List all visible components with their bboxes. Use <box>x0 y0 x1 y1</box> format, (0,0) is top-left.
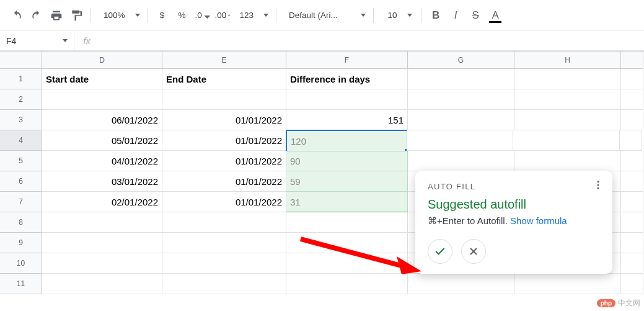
cell[interactable] <box>286 274 408 294</box>
decrease-decimal-button[interactable]: .0 <box>193 6 211 25</box>
row-header[interactable]: 9 <box>0 233 42 253</box>
show-formula-link[interactable]: Show formula <box>510 215 567 226</box>
cell[interactable] <box>621 253 643 274</box>
autofill-ghost-cell[interactable]: 59 <box>286 171 408 192</box>
cell[interactable] <box>514 274 621 294</box>
cell[interactable]: 151 <box>286 110 408 130</box>
cell[interactable] <box>162 233 286 253</box>
italic-button[interactable]: I <box>446 6 465 25</box>
cell[interactable] <box>514 69 621 89</box>
row-header[interactable]: 10 <box>0 253 42 274</box>
currency-button[interactable]: $ <box>153 6 172 25</box>
cell[interactable] <box>407 130 513 151</box>
row-header[interactable]: 3 <box>0 110 42 130</box>
cell[interactable]: 01/01/2022 <box>162 151 286 171</box>
percent-button[interactable]: % <box>173 6 192 25</box>
autofill-ghost-cell[interactable]: 90 <box>286 151 408 171</box>
font-size-dropdown[interactable]: 10 <box>379 11 416 20</box>
col-header-i[interactable] <box>621 52 643 69</box>
cell[interactable] <box>42 253 162 274</box>
col-header-d[interactable]: D <box>42 52 162 69</box>
print-button[interactable] <box>47 6 66 25</box>
cell[interactable] <box>514 89 621 110</box>
row-header[interactable]: 8 <box>0 212 42 233</box>
autofill-reject-button[interactable] <box>461 239 486 264</box>
cell[interactable]: 01/01/2022 <box>162 130 286 151</box>
more-options-button[interactable] <box>593 179 604 192</box>
select-all-corner[interactable] <box>0 52 42 69</box>
autofill-accept-button[interactable] <box>428 239 452 264</box>
cell[interactable]: 03/01/2022 <box>42 171 162 192</box>
cell[interactable]: 02/01/2022 <box>42 192 162 212</box>
cell[interactable] <box>621 212 643 233</box>
cell[interactable] <box>162 253 286 274</box>
undo-button[interactable] <box>7 6 26 25</box>
cell[interactable]: 01/01/2022 <box>162 171 286 192</box>
cell[interactable] <box>42 274 162 294</box>
cell[interactable] <box>621 69 643 89</box>
cell[interactable] <box>162 89 286 110</box>
cell[interactable] <box>514 110 621 130</box>
cell[interactable] <box>286 89 408 110</box>
cell[interactable]: 01/01/2022 <box>162 110 286 130</box>
popup-hint: ⌘+Enter to Autofill. Show formula <box>428 215 600 227</box>
row-header[interactable]: 5 <box>0 151 42 171</box>
paint-format-button[interactable] <box>67 6 86 25</box>
cell[interactable] <box>286 253 408 274</box>
cell[interactable] <box>620 130 642 151</box>
col-header-h[interactable]: H <box>514 52 621 69</box>
font-family-dropdown[interactable]: Default (Ari... <box>281 11 368 20</box>
increase-decimal-button[interactable]: .00 <box>213 6 231 25</box>
cell[interactable] <box>162 212 286 233</box>
row-header[interactable]: 7 <box>0 192 42 212</box>
cell[interactable]: 04/01/2022 <box>42 151 162 171</box>
cell[interactable] <box>621 89 643 110</box>
cell[interactable]: 01/01/2022 <box>162 192 286 212</box>
row-header[interactable]: 11 <box>0 274 42 294</box>
cell[interactable]: Difference in days <box>286 69 408 89</box>
cell[interactable] <box>621 110 643 130</box>
cell[interactable] <box>408 110 514 130</box>
cell[interactable] <box>621 274 643 294</box>
cell[interactable]: 05/01/2022 <box>42 130 162 151</box>
number-format-dropdown[interactable]: 123 <box>232 11 271 20</box>
cell[interactable] <box>621 171 643 192</box>
cell[interactable]: Start date <box>42 69 162 89</box>
cell[interactable] <box>408 151 514 171</box>
fill-handle[interactable] <box>404 148 407 151</box>
cell[interactable] <box>513 130 620 151</box>
cell[interactable] <box>514 151 621 171</box>
row-header[interactable]: 2 <box>0 89 42 110</box>
svg-point-1 <box>598 184 599 186</box>
row-header[interactable]: 6 <box>0 171 42 192</box>
cell[interactable]: End Date <box>162 69 286 89</box>
formula-input[interactable] <box>99 31 644 50</box>
cell[interactable] <box>162 274 286 294</box>
cell[interactable] <box>286 212 408 233</box>
active-cell[interactable]: 120 <box>286 130 407 151</box>
cell[interactable] <box>286 233 408 253</box>
cell[interactable] <box>621 192 643 212</box>
cell[interactable] <box>408 89 514 110</box>
col-header-e[interactable]: E <box>162 52 286 69</box>
cell[interactable] <box>42 233 162 253</box>
cell[interactable]: 06/01/2022 <box>42 110 162 130</box>
autofill-ghost-cell[interactable]: 31 <box>286 192 408 212</box>
toolbar: 100% $ % .0 .00 123 Default (Ari... 10 B… <box>0 0 644 31</box>
strikethrough-button[interactable]: S <box>466 6 485 25</box>
cell[interactable] <box>621 233 643 253</box>
cell[interactable] <box>621 151 643 171</box>
text-color-button[interactable]: A <box>486 6 505 25</box>
cell[interactable] <box>408 274 514 294</box>
col-header-f[interactable]: F <box>286 52 408 69</box>
bold-button[interactable]: B <box>426 6 445 25</box>
col-header-g[interactable]: G <box>408 52 514 69</box>
row-header[interactable]: 1 <box>0 69 42 89</box>
redo-button[interactable] <box>27 6 46 25</box>
row-header[interactable]: 4 <box>0 130 42 151</box>
cell[interactable] <box>42 89 162 110</box>
name-box[interactable]: F4 <box>0 31 74 50</box>
zoom-dropdown[interactable]: 100% <box>96 11 143 20</box>
cell[interactable] <box>42 212 162 233</box>
cell[interactable] <box>408 69 514 89</box>
